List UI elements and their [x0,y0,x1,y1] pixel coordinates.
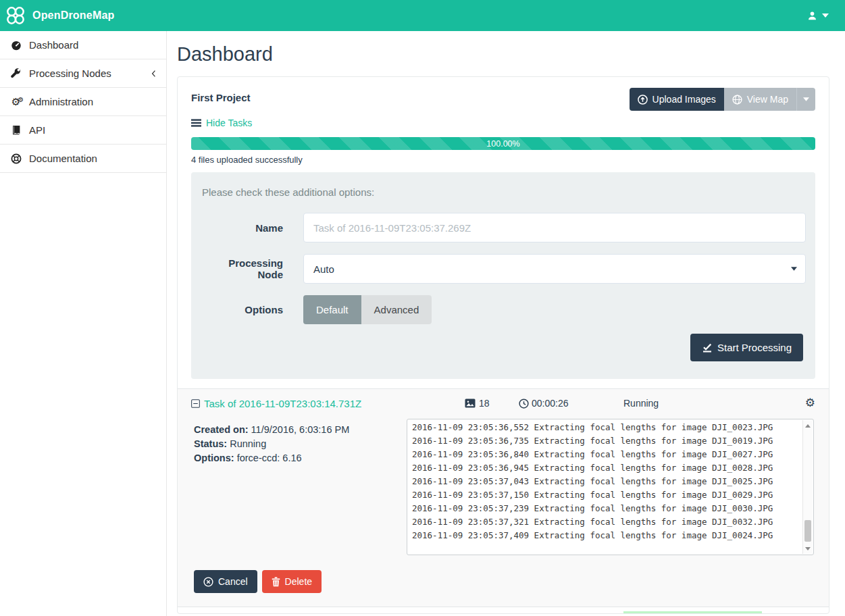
options-default-button[interactable]: Default [303,295,361,324]
sidebar-item-documentation[interactable]: Documentation [0,145,166,173]
sidebar-item-administration[interactable]: ⚙⚙ Administration [0,88,166,116]
images-icon [465,399,476,408]
sidebar-item-label: Administration [29,96,156,107]
minus-square-icon [191,399,200,408]
processing-node-select[interactable]: Auto [303,254,806,284]
task-name-input[interactable] [303,213,806,242]
project-title: First Project [191,88,251,103]
brand-title: OpenDroneMap [32,9,115,22]
console-scrollbar[interactable] [802,420,813,554]
caret-down-icon [822,14,829,18]
select-caret-icon [791,267,797,271]
sidebar-item-processing-nodes[interactable]: Processing Nodes [0,59,166,88]
task-time: 00:00:00 [532,614,569,615]
caret-down-icon [803,97,809,101]
sidebar-item-dashboard[interactable]: Dashboard [0,31,166,59]
trash-icon [272,577,280,587]
task-expand-link[interactable]: Task of 2016-11-09T20:03:12.072Z [191,613,361,614]
status-badge: Completed [623,611,762,615]
task-title: Task of 2016-11-09T23:03:14.731Z [204,398,361,409]
upload-status-text: 4 files uploaded successfully [191,155,815,165]
wrench-icon [10,68,22,79]
task-console-output[interactable]: 2016-11-09 23:05:36,552 Extracting focal… [407,419,814,555]
chevron-left-icon [151,70,156,78]
task-status: Running [623,398,796,409]
scroll-down-arrow[interactable] [803,544,813,553]
upload-images-button[interactable]: Upload Images [630,88,724,111]
brand-link[interactable]: OpenDroneMap [5,5,115,26]
sidebar: Dashboard Processing Nodes ⚙⚙ Administra… [0,31,167,616]
sidebar-item-label: API [29,124,156,136]
hide-tasks-link[interactable]: Hide Tasks [191,118,252,128]
sidebar-item-api[interactable]: API [0,116,166,145]
task-time: 00:00:26 [532,398,569,409]
page-title: Dashboard [177,43,829,66]
gears-icon: ⚙⚙ [10,96,22,108]
options-prompt: Please check these additional options: [201,186,806,198]
view-map-button[interactable]: View Map [724,88,796,111]
scroll-up-arrow[interactable] [803,421,813,430]
sidebar-item-label: Processing Nodes [29,68,145,79]
dashboard-icon [10,40,22,51]
processing-node-label: Processing Node [201,257,303,280]
options-advanced-button[interactable]: Advanced [361,295,432,324]
image-count: 2 [479,614,484,615]
task-title: Task of 2016-11-09T20:03:12.072Z [204,613,361,614]
globe-icon [732,95,742,105]
user-icon [807,11,817,21]
upload-icon [638,95,648,105]
user-menu[interactable] [800,8,836,24]
progress-percent: 100.00% [486,139,519,149]
project-panel: First Project Upload Images [177,76,829,614]
main-content: Dashboard First Project Upload Images [167,31,845,616]
task-details-text: Created on: 11/9/2016, 6:03:16 PM Status… [194,419,407,555]
name-label: Name [201,222,303,234]
scrollbar-thumb[interactable] [804,520,811,542]
image-count: 18 [479,398,490,409]
cancel-circle-icon [203,577,213,587]
clock-icon [519,399,529,409]
task-block: Task of 2016-11-09T23:03:14.731Z 18 [178,388,829,607]
new-task-options-panel: Please check these additional options: N… [191,172,815,379]
cancel-task-button[interactable]: Cancel [194,570,257,593]
odm-logo-icon [5,5,26,26]
start-processing-button[interactable]: Start Processing [690,334,803,361]
task-settings-gear-icon[interactable]: ⚙ [805,396,815,409]
task-expand-link[interactable]: Task of 2016-11-09T23:03:14.731Z [191,398,361,409]
book-icon [10,125,22,135]
view-map-dropdown-toggle[interactable] [796,88,815,111]
project-actions: Upload Images View Map [630,88,815,111]
options-label: Options [201,304,303,315]
sidebar-item-label: Dashboard [29,39,156,51]
delete-task-button[interactable]: Delete [262,570,322,593]
top-navbar: OpenDroneMap [0,0,845,31]
check-tray-icon [702,343,713,353]
life-ring-icon [10,153,22,164]
sidebar-item-label: Documentation [29,153,156,164]
task-block: Task of 2016-11-09T20:03:12.072Z 2 [178,607,829,614]
task-list-icon [191,119,201,127]
upload-progress-bar: 100.00% [191,137,815,150]
